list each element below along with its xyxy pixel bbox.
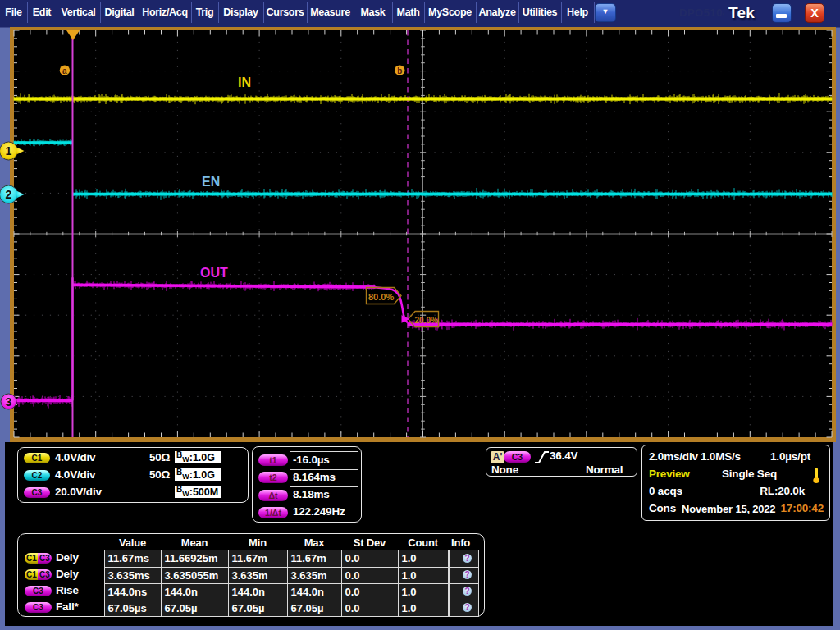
svg-text:20.0%: 20.0% bbox=[415, 316, 438, 325]
svg-text:b: b bbox=[397, 66, 402, 75]
svg-text:IN: IN bbox=[238, 75, 251, 89]
svg-text:3: 3 bbox=[6, 395, 12, 409]
svg-text:80.0%: 80.0% bbox=[368, 292, 394, 302]
svg-text:2: 2 bbox=[6, 188, 12, 201]
svg-text:EN: EN bbox=[202, 175, 220, 189]
svg-text:OUT: OUT bbox=[200, 266, 228, 280]
svg-text:1: 1 bbox=[6, 144, 12, 158]
svg-text:a: a bbox=[62, 66, 67, 75]
